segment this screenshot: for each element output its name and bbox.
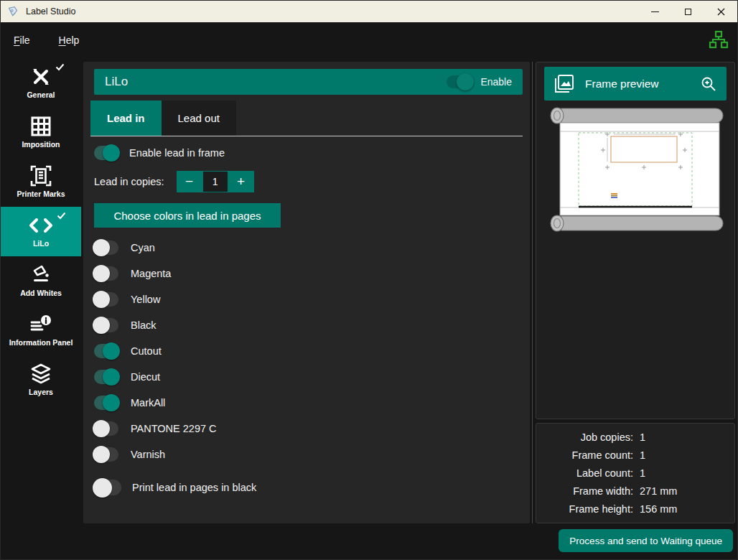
image-icon: [554, 74, 576, 94]
printer-marks-icon: [29, 164, 52, 187]
enable-lead-in-frame-label: Enable lead in frame: [129, 147, 225, 159]
sidebar-item-general[interactable]: General: [1, 58, 81, 108]
sidebar-item-add-whites[interactable]: Add Whites: [1, 256, 81, 306]
sidebar-item-imposition[interactable]: Imposition: [1, 108, 81, 157]
color-row-magenta: Magenta: [94, 261, 530, 286]
lead-tabs: Lead in Lead out: [90, 101, 530, 136]
info-value: 1: [640, 431, 734, 443]
titlebar: Label Studio: [1, 1, 737, 22]
lead-in-color-list: Cyan Magenta Yellow Black Cutout: [94, 235, 530, 467]
paint-bucket-icon: [29, 263, 52, 286]
cutout-toggle[interactable]: [94, 344, 118, 358]
sidebar: General Imposition: [1, 58, 81, 559]
app-window: Label Studio File Help: [0, 0, 738, 560]
job-info-panel: Job copies: 1 Frame count: 1 Label count…: [536, 423, 735, 523]
tools-icon: [29, 65, 52, 88]
color-label: Varnish: [131, 449, 165, 460]
check-icon: [57, 212, 66, 220]
color-row-diecut: Diecut: [94, 364, 530, 390]
color-row-cutout: Cutout: [94, 338, 530, 364]
color-row-black: Black: [94, 312, 530, 338]
maximize-icon: [685, 9, 691, 15]
zoom-in-icon: [700, 75, 717, 93]
color-label: MarkAll: [131, 397, 165, 409]
color-row-yellow: Yellow: [94, 286, 530, 312]
preview-zoom-button[interactable]: [700, 75, 717, 93]
black-toggle[interactable]: [94, 318, 118, 332]
sidebar-item-label: Layers: [29, 388, 53, 396]
color-label: Cutout: [131, 345, 162, 357]
lilo-header-bar: LiLo Enable: [94, 69, 523, 95]
print-lead-in-black-label: Print lead in pages in black: [132, 482, 256, 493]
markall-toggle[interactable]: [94, 396, 118, 410]
color-label: Diecut: [131, 371, 160, 383]
color-row-varnish: Varnish: [94, 442, 530, 467]
color-row-cyan: Cyan: [94, 235, 530, 261]
minimize-icon: [651, 11, 659, 12]
info-row-job-copies: Job copies: 1: [536, 429, 734, 447]
info-label: Frame height:: [536, 503, 633, 515]
sidebar-item-label: Imposition: [22, 141, 60, 149]
enable-lead-in-frame-toggle[interactable]: [94, 146, 118, 160]
magenta-toggle[interactable]: [94, 266, 118, 281]
info-value: 271 mm: [640, 485, 734, 497]
info-label: Label count:: [536, 467, 633, 479]
frame-preview-title: Frame preview: [585, 78, 659, 90]
tab-divider: [90, 136, 523, 136]
menu-file[interactable]: File: [14, 34, 30, 46]
tab-lead-out[interactable]: Lead out: [162, 101, 236, 136]
frame-preview-header: Frame preview: [544, 67, 727, 101]
lead-in-copies-stepper: − 1 +: [177, 171, 254, 192]
color-label: Black: [131, 319, 156, 331]
angle-brackets-icon: [28, 217, 54, 234]
tab-lead-in[interactable]: Lead in: [90, 101, 162, 136]
process-send-button[interactable]: Process and send to Waiting queue: [559, 529, 733, 552]
color-label: Cyan: [131, 242, 155, 253]
copies-decrement-button[interactable]: −: [177, 171, 202, 192]
pantone-toggle[interactable]: [94, 421, 118, 436]
panel-divider: [532, 62, 533, 523]
cyan-toggle[interactable]: [94, 241, 118, 255]
lilo-enable-toggle[interactable]: [447, 75, 472, 88]
sidebar-item-information-panel[interactable]: Information Panel: [1, 306, 81, 355]
sidebar-item-printer-marks[interactable]: Printer Marks: [1, 157, 81, 207]
color-label: PANTONE 2297 C: [131, 423, 217, 434]
copies-value[interactable]: 1: [202, 171, 228, 192]
sidebar-item-lilo[interactable]: LiLo: [1, 207, 81, 256]
grid-icon: [30, 116, 52, 137]
color-row-pantone: PANTONE 2297 C: [94, 416, 530, 442]
info-row-label-count: Label count: 1: [536, 465, 734, 482]
info-label: Frame count:: [536, 449, 633, 461]
check-icon: [55, 63, 65, 71]
print-lead-in-black-toggle[interactable]: [94, 480, 121, 495]
layers-icon: [29, 363, 52, 386]
menu-help[interactable]: Help: [59, 34, 80, 46]
sidebar-item-label: LiLo: [33, 240, 49, 248]
close-button[interactable]: [704, 1, 737, 22]
sidebar-item-layers[interactable]: Layers: [1, 355, 81, 405]
info-lines-icon: [29, 314, 53, 335]
info-row-frame-width: Frame width: 271 mm: [536, 482, 734, 500]
minimize-button[interactable]: [638, 1, 671, 22]
panel-title: LiLo: [105, 75, 128, 89]
info-value: 1: [640, 467, 734, 479]
copies-increment-button[interactable]: +: [228, 171, 254, 192]
lilo-enable-label: Enable: [480, 76, 512, 88]
yellow-toggle[interactable]: [94, 292, 118, 307]
diecut-toggle[interactable]: [94, 370, 118, 384]
menubar: File Help: [1, 22, 737, 58]
maximize-button[interactable]: [671, 1, 704, 22]
lilo-settings-panel: LiLo Enable Lead in Lead out Enable lead…: [83, 62, 530, 523]
network-status-icon[interactable]: [708, 29, 729, 50]
choose-colors-button[interactable]: Choose colors in lead in pages: [94, 203, 281, 228]
color-label: Magenta: [131, 268, 171, 279]
frame-preview-card: Frame preview: [536, 62, 735, 419]
minus-icon: −: [185, 174, 193, 190]
sidebar-item-label: Add Whites: [20, 289, 62, 297]
plus-icon: +: [237, 174, 245, 190]
window-title: Label Studio: [26, 6, 76, 17]
info-row-frame-count: Frame count: 1: [536, 447, 734, 465]
info-label: Job copies:: [536, 431, 633, 443]
varnish-toggle[interactable]: [94, 447, 118, 462]
info-label: Frame width:: [536, 485, 633, 497]
